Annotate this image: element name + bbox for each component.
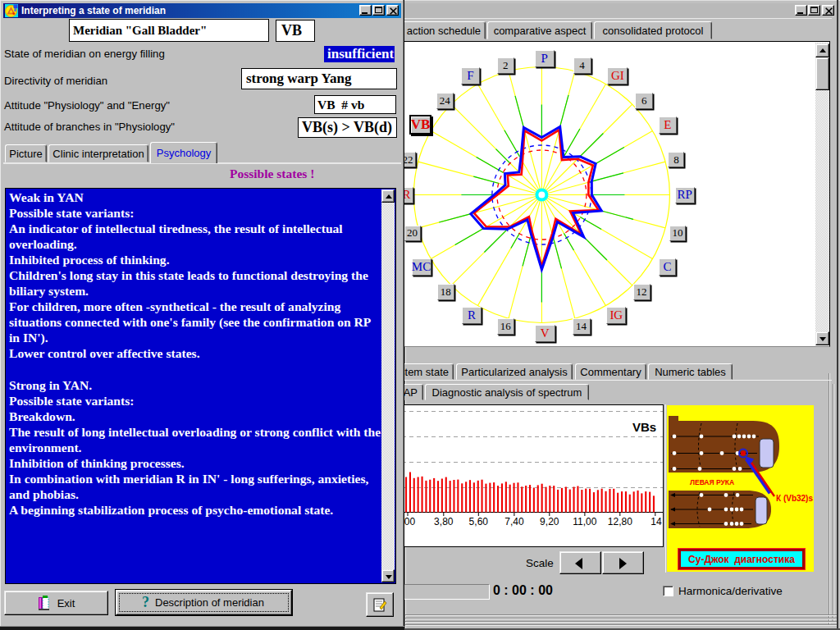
svg-text:К (Vb32)s: К (Vb32)s	[776, 494, 813, 503]
svg-text:ЛЕВАЯ РУКА: ЛЕВАЯ РУКА	[690, 478, 734, 486]
